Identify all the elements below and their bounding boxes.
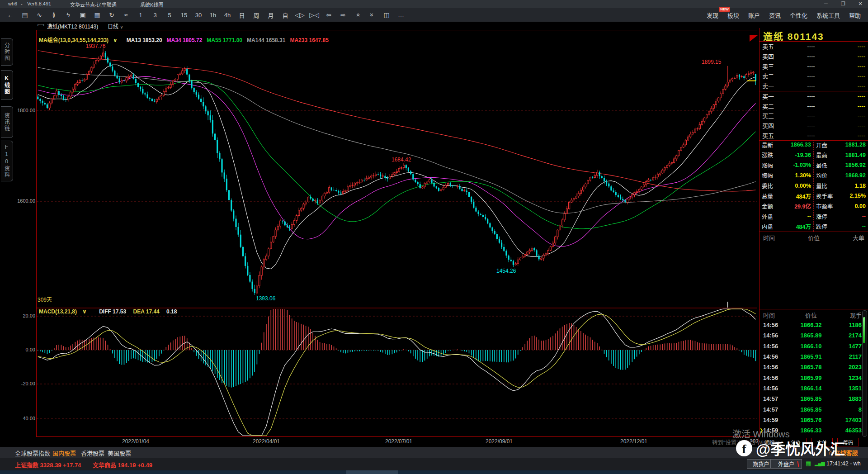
stat-市盈率: 市盈率0.00 <box>814 201 868 211</box>
orderbook-buy-row: 买三-------- <box>760 111 868 121</box>
draw-line-icon[interactable]: ≈ <box>120 10 132 20</box>
scrollbar-thumb[interactable] <box>863 317 865 343</box>
maximize-button[interactable]: ❐ <box>836 0 850 8</box>
tick-scrollbar[interactable] <box>862 310 867 437</box>
orderbook-buy-row: 买四-------- <box>760 121 868 131</box>
tick-row: 14:561866.101477 <box>760 341 868 351</box>
orderbook-buy-row: 买二-------- <box>760 101 868 111</box>
taskbar-button[interactable] <box>346 470 398 474</box>
pan-left-icon[interactable]: ⇦ <box>323 10 335 20</box>
orderbook-sell-row: 卖二-------- <box>760 71 868 81</box>
stat-换手率: 换手率2.15% <box>814 191 868 201</box>
menu-item-发现[interactable]: 发现NEW <box>707 11 718 19</box>
date-tick-label: 2022/12/01 <box>620 438 647 445</box>
pan-right-icon[interactable]: ⇨ <box>337 10 349 20</box>
market-tab-香港股票[interactable]: 香港股票 <box>81 449 104 457</box>
ma-value: MA233 1647.85 <box>290 37 328 43</box>
stat-涨跌: 涨跌-19.36 <box>760 150 813 161</box>
ma-indicator-header: MA组合(13,0,34,55,144,233)∨MA13 1853.20MA3… <box>39 36 338 43</box>
period-button-月[interactable]: 月 <box>265 10 277 20</box>
wh6-application-window: wh6 - Ver6.8.491 文华云节点-辽宁联通 系统K线图 ─ ❐ ✕ … <box>0 0 868 474</box>
tick-row: 14:571865.858 <box>760 404 868 414</box>
main-menu: 发现NEW板块账户资讯个性化系统工具帮助 <box>707 11 868 19</box>
zoom-out-icon[interactable]: » <box>367 9 377 21</box>
alert-slash-icon: \ <box>797 460 799 469</box>
order-form-icon[interactable]: ▣ <box>77 10 89 20</box>
period-button-30[interactable]: 30 <box>193 10 204 20</box>
quote-panel: 造纸 801143 卖五--------卖四--------卖三--------… <box>759 28 868 437</box>
keyboard-icon[interactable]: ▦ <box>806 460 811 467</box>
menu-item-板块[interactable]: 板块 <box>727 11 739 19</box>
market-tab-全球股票指数[interactable]: 全球股票指数 <box>15 449 50 457</box>
timeline-icon[interactable]: ∿ <box>33 10 45 20</box>
tick-row: 14:591865.7617403 <box>760 415 868 425</box>
save-icon[interactable]: ▦ <box>91 10 103 20</box>
menu-item-系统工具[interactable]: 系统工具 <box>816 11 840 19</box>
menu-item-个性化[interactable]: 个性化 <box>790 11 807 19</box>
stat-总量: 总量484万 <box>760 191 813 201</box>
zoom-in-icon[interactable]: » <box>353 9 363 21</box>
orderbook-sell-row: 卖三-------- <box>760 61 868 71</box>
period-button-5[interactable]: 5 <box>164 10 175 20</box>
axis-label: -40.00 <box>14 416 35 421</box>
stat-涨幅: 涨幅-1.03% <box>760 160 813 171</box>
period-button-周[interactable]: 周 <box>250 10 262 20</box>
title-bar: wh6 - Ver6.8.491 文华云节点-辽宁联通 系统K线图 ─ ❐ ✕ <box>0 0 868 8</box>
period-button-日[interactable]: 日 <box>236 10 248 20</box>
facebook-icon: f <box>736 440 752 456</box>
more-icon[interactable]: … <box>395 10 407 20</box>
price-annotation: 1454.26 <box>496 268 516 274</box>
brand-watermark: f @季忧风外汇 <box>736 437 845 459</box>
link-icon: ⊂⊃ <box>37 22 43 28</box>
axis-label: 20.00 <box>14 313 35 318</box>
compress-bars-icon[interactable]: ▷◁ <box>308 10 320 20</box>
menu-item-资讯[interactable]: 资讯 <box>769 11 781 19</box>
period-button-自[interactable]: 自 <box>279 10 291 20</box>
candlestick-icon[interactable]: ≬ <box>48 10 60 20</box>
tick-row: 14:561865.991234 <box>760 372 868 383</box>
quote-stats: 最新1866.33涨跌-19.36涨幅-1.03%振幅1.30%委比0.00%总… <box>760 140 868 232</box>
sidebar-tab-F10资料[interactable]: F10资料 <box>1 141 13 181</box>
chart-plot-area[interactable] <box>36 30 757 437</box>
price-annotation: 1684.42 <box>392 156 411 163</box>
stat-跌停: 跌停-- <box>814 222 868 232</box>
sidebar-tab-K线图[interactable]: K线图 <box>1 70 13 100</box>
order-book: 卖五--------卖四--------卖三--------卖二--------… <box>760 41 868 141</box>
period-button-3[interactable]: 3 <box>149 10 161 20</box>
refresh-icon[interactable]: ↻ <box>106 10 118 20</box>
period-button-1[interactable]: 1 <box>135 10 146 20</box>
stat-委比: 委比0.00% <box>760 180 813 191</box>
market-tab-国内股票[interactable]: 国内股票 <box>52 449 76 457</box>
axis-label: 1600.00 <box>14 198 35 204</box>
period-button-4h[interactable]: 4h <box>222 10 233 20</box>
minimize-button[interactable]: ─ <box>819 0 833 8</box>
ticker-strip: 上证指数 3328.39 +17.74文华商品 194.19 +0.49 期货户… <box>0 458 868 470</box>
market-tab-美国股票[interactable]: 美国股票 <box>108 449 131 457</box>
stat-量比: 量比1.18 <box>814 180 868 191</box>
sidebar-tab-资讯链[interactable]: 资讯链 <box>1 106 13 138</box>
tick-chart-icon[interactable]: ϟ <box>62 10 74 20</box>
close-button[interactable]: ✕ <box>854 0 867 8</box>
period-button-15[interactable]: 15 <box>178 10 190 20</box>
back-icon[interactable]: ← <box>5 10 16 20</box>
macd-diff-value: DIFF 17.53 <box>99 308 126 315</box>
watermark-handle: @季忧风外汇 <box>756 437 845 459</box>
menu-item-账户[interactable]: 账户 <box>748 11 760 19</box>
report-list-icon[interactable]: ▤ <box>19 10 31 20</box>
grid-layout-icon[interactable]: ◫ <box>381 10 392 20</box>
period-button-1h[interactable]: 1h <box>207 10 219 20</box>
price-annotation: 1899.15 <box>702 59 721 65</box>
period-selector[interactable]: 日线 ∨ <box>108 22 123 30</box>
stat-外盘: 外盘-- <box>760 211 813 222</box>
view-name: 系统K线图 <box>140 1 163 8</box>
expand-bars-icon[interactable]: ◁▷ <box>294 10 306 20</box>
ma-combo-dropdown[interactable]: MA组合(13,0,34,55,144,233)∨ <box>39 37 122 43</box>
tick-row: 14:561865.912117 <box>760 351 868 362</box>
symbol-name[interactable]: 造纸(MKT12 801143) <box>47 22 98 30</box>
menu-item-帮助[interactable]: 帮助 <box>849 11 861 19</box>
sidebar-tab-分时图[interactable]: 分时图 <box>1 38 13 66</box>
macd-dropdown[interactable]: MACD(13,21,8)∨ <box>39 308 92 315</box>
stat-最新: 最新1866.33 <box>760 140 813 150</box>
title-dash: - <box>21 1 23 6</box>
axis-label: 0.00 <box>14 347 35 352</box>
